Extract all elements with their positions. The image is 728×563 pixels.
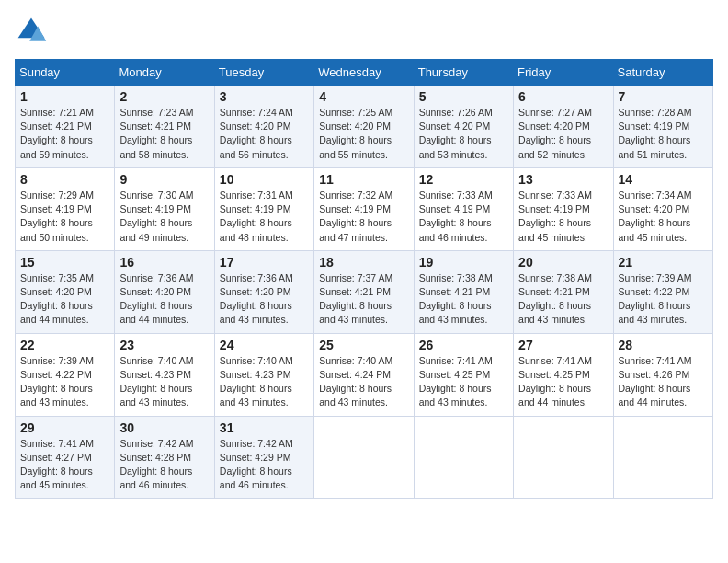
calendar-cell — [314, 416, 414, 499]
calendar-cell: 4Sunrise: 7:25 AM Sunset: 4:20 PM Daylig… — [314, 86, 414, 168]
day-info: Sunrise: 7:28 AM Sunset: 4:19 PM Dayligh… — [619, 106, 708, 162]
weekday-header: Monday — [115, 60, 214, 86]
day-info: Sunrise: 7:36 AM Sunset: 4:20 PM Dayligh… — [220, 271, 309, 327]
day-number: 1 — [20, 89, 109, 104]
calendar-cell: 22Sunrise: 7:39 AM Sunset: 4:22 PM Dayli… — [16, 333, 115, 416]
calendar-cell: 29Sunrise: 7:41 AM Sunset: 4:27 PM Dayli… — [16, 416, 115, 499]
calendar-cell: 16Sunrise: 7:36 AM Sunset: 4:20 PM Dayli… — [115, 250, 214, 333]
day-info: Sunrise: 7:36 AM Sunset: 4:20 PM Dayligh… — [119, 271, 209, 327]
calendar-cell: 8Sunrise: 7:29 AM Sunset: 4:19 PM Daylig… — [16, 167, 115, 250]
day-info: Sunrise: 7:41 AM Sunset: 4:25 PM Dayligh… — [518, 354, 608, 410]
day-number: 18 — [319, 255, 408, 270]
calendar-week-row: 15Sunrise: 7:35 AM Sunset: 4:20 PM Dayli… — [16, 250, 713, 333]
calendar-cell: 6Sunrise: 7:27 AM Sunset: 4:20 PM Daylig… — [514, 86, 613, 168]
day-info: Sunrise: 7:33 AM Sunset: 4:19 PM Dayligh… — [518, 189, 608, 245]
logo — [15, 15, 51, 48]
calendar-week-row: 8Sunrise: 7:29 AM Sunset: 4:19 PM Daylig… — [16, 167, 713, 250]
day-info: Sunrise: 7:25 AM Sunset: 4:20 PM Dayligh… — [319, 106, 408, 162]
day-info: Sunrise: 7:26 AM Sunset: 4:20 PM Dayligh… — [419, 106, 508, 162]
day-info: Sunrise: 7:23 AM Sunset: 4:21 PM Dayligh… — [119, 106, 209, 162]
day-info: Sunrise: 7:35 AM Sunset: 4:20 PM Dayligh… — [20, 271, 109, 327]
day-number: 28 — [619, 338, 708, 352]
calendar-cell: 26Sunrise: 7:41 AM Sunset: 4:25 PM Dayli… — [414, 333, 513, 416]
day-info: Sunrise: 7:33 AM Sunset: 4:19 PM Dayligh… — [419, 189, 508, 245]
day-number: 12 — [419, 172, 508, 187]
day-info: Sunrise: 7:41 AM Sunset: 4:26 PM Dayligh… — [619, 354, 708, 410]
day-info: Sunrise: 7:31 AM Sunset: 4:19 PM Dayligh… — [220, 189, 309, 245]
calendar-cell: 18Sunrise: 7:37 AM Sunset: 4:21 PM Dayli… — [314, 250, 414, 333]
calendar-cell: 2Sunrise: 7:23 AM Sunset: 4:21 PM Daylig… — [115, 86, 214, 168]
day-number: 25 — [319, 338, 408, 352]
day-info: Sunrise: 7:32 AM Sunset: 4:19 PM Dayligh… — [319, 189, 408, 245]
calendar-cell: 10Sunrise: 7:31 AM Sunset: 4:19 PM Dayli… — [214, 167, 313, 250]
calendar-cell: 23Sunrise: 7:40 AM Sunset: 4:23 PM Dayli… — [115, 333, 214, 416]
weekday-header: Wednesday — [314, 60, 414, 86]
day-info: Sunrise: 7:40 AM Sunset: 4:23 PM Dayligh… — [220, 354, 309, 410]
day-info: Sunrise: 7:42 AM Sunset: 4:28 PM Dayligh… — [119, 437, 209, 493]
calendar-cell: 21Sunrise: 7:39 AM Sunset: 4:22 PM Dayli… — [613, 250, 712, 333]
calendar-cell: 19Sunrise: 7:38 AM Sunset: 4:21 PM Dayli… — [414, 250, 513, 333]
calendar-cell — [414, 416, 513, 499]
day-info: Sunrise: 7:37 AM Sunset: 4:21 PM Dayligh… — [319, 271, 408, 327]
day-info: Sunrise: 7:42 AM Sunset: 4:29 PM Dayligh… — [220, 437, 309, 493]
calendar-cell — [613, 416, 712, 499]
day-info: Sunrise: 7:39 AM Sunset: 4:22 PM Dayligh… — [619, 271, 708, 327]
day-info: Sunrise: 7:40 AM Sunset: 4:24 PM Dayligh… — [319, 354, 408, 410]
day-info: Sunrise: 7:39 AM Sunset: 4:22 PM Dayligh… — [20, 354, 109, 410]
day-info: Sunrise: 7:41 AM Sunset: 4:25 PM Dayligh… — [419, 354, 508, 410]
day-number: 16 — [119, 255, 209, 270]
day-info: Sunrise: 7:38 AM Sunset: 4:21 PM Dayligh… — [419, 271, 508, 327]
day-number: 17 — [220, 255, 309, 270]
calendar-cell: 20Sunrise: 7:38 AM Sunset: 4:21 PM Dayli… — [514, 250, 613, 333]
calendar-cell: 31Sunrise: 7:42 AM Sunset: 4:29 PM Dayli… — [214, 416, 313, 499]
day-number: 21 — [619, 255, 708, 270]
calendar-body: 1Sunrise: 7:21 AM Sunset: 4:21 PM Daylig… — [16, 86, 713, 499]
calendar-table: SundayMondayTuesdayWednesdayThursdayFrid… — [15, 59, 713, 499]
calendar-cell: 14Sunrise: 7:34 AM Sunset: 4:20 PM Dayli… — [613, 167, 712, 250]
weekday-header: Sunday — [16, 60, 115, 86]
day-info: Sunrise: 7:40 AM Sunset: 4:23 PM Dayligh… — [119, 354, 209, 410]
day-number: 10 — [220, 172, 309, 187]
day-number: 26 — [419, 338, 508, 352]
day-number: 23 — [119, 338, 209, 352]
day-number: 20 — [518, 255, 608, 270]
page-header — [15, 15, 713, 48]
day-info: Sunrise: 7:27 AM Sunset: 4:20 PM Dayligh… — [518, 106, 608, 162]
day-number: 8 — [20, 172, 109, 187]
day-number: 19 — [419, 255, 508, 270]
day-number: 3 — [220, 89, 309, 104]
day-info: Sunrise: 7:24 AM Sunset: 4:20 PM Dayligh… — [220, 106, 309, 162]
weekday-header: Tuesday — [214, 60, 313, 86]
day-info: Sunrise: 7:38 AM Sunset: 4:21 PM Dayligh… — [518, 271, 608, 327]
calendar-cell: 11Sunrise: 7:32 AM Sunset: 4:19 PM Dayli… — [314, 167, 414, 250]
calendar-cell: 30Sunrise: 7:42 AM Sunset: 4:28 PM Dayli… — [115, 416, 214, 499]
calendar-cell: 27Sunrise: 7:41 AM Sunset: 4:25 PM Dayli… — [514, 333, 613, 416]
day-number: 13 — [518, 172, 608, 187]
day-number: 4 — [319, 89, 408, 104]
weekday-header-row: SundayMondayTuesdayWednesdayThursdayFrid… — [16, 60, 713, 86]
calendar-week-row: 29Sunrise: 7:41 AM Sunset: 4:27 PM Dayli… — [16, 416, 713, 499]
logo-icon — [15, 15, 48, 48]
day-number: 5 — [419, 89, 508, 104]
calendar-cell: 5Sunrise: 7:26 AM Sunset: 4:20 PM Daylig… — [414, 86, 513, 168]
day-number: 6 — [518, 89, 608, 104]
day-number: 2 — [119, 89, 209, 104]
calendar-week-row: 22Sunrise: 7:39 AM Sunset: 4:22 PM Dayli… — [16, 333, 713, 416]
day-number: 22 — [20, 338, 109, 352]
day-info: Sunrise: 7:41 AM Sunset: 4:27 PM Dayligh… — [20, 437, 109, 493]
calendar-cell: 24Sunrise: 7:40 AM Sunset: 4:23 PM Dayli… — [214, 333, 313, 416]
day-info: Sunrise: 7:34 AM Sunset: 4:20 PM Dayligh… — [619, 189, 708, 245]
calendar-cell: 17Sunrise: 7:36 AM Sunset: 4:20 PM Dayli… — [214, 250, 313, 333]
calendar-cell: 13Sunrise: 7:33 AM Sunset: 4:19 PM Dayli… — [514, 167, 613, 250]
day-number: 15 — [20, 255, 109, 270]
day-number: 30 — [119, 420, 209, 435]
day-number: 9 — [119, 172, 209, 187]
calendar-cell: 1Sunrise: 7:21 AM Sunset: 4:21 PM Daylig… — [16, 86, 115, 168]
calendar-cell: 28Sunrise: 7:41 AM Sunset: 4:26 PM Dayli… — [613, 333, 712, 416]
calendar-cell: 12Sunrise: 7:33 AM Sunset: 4:19 PM Dayli… — [414, 167, 513, 250]
day-info: Sunrise: 7:21 AM Sunset: 4:21 PM Dayligh… — [20, 106, 109, 162]
day-number: 31 — [220, 420, 309, 435]
day-number: 7 — [619, 89, 708, 104]
weekday-header: Saturday — [613, 60, 712, 86]
day-number: 24 — [220, 338, 309, 352]
